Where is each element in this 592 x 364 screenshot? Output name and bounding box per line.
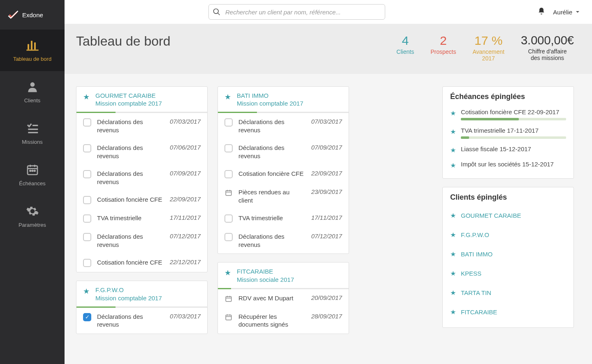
pinned-client[interactable]: ★TARTA TIN	[450, 283, 566, 302]
notifications-button[interactable]	[537, 7, 546, 17]
pinned-deadline[interactable]: ★Cotisation foncière CFE 22-09-2017	[450, 105, 566, 124]
pinned-deadline[interactable]: ★Liasse fiscale 15-12-2017	[450, 142, 566, 157]
pinned-client[interactable]: ★FITCARAIBE	[450, 302, 566, 322]
app-name: Exdone	[22, 12, 43, 18]
mission-row[interactable]: Pièces rendues au client23/09/2017	[218, 183, 349, 209]
pinned-client[interactable]: ★GOURMET CARAIBE	[450, 206, 566, 225]
user-menu[interactable]: Aurélie	[553, 9, 580, 16]
side-column: Échéances épinglées ★Cotisation foncière…	[442, 86, 574, 352]
checkbox[interactable]	[83, 144, 91, 152]
checkbox[interactable]	[83, 313, 91, 321]
pinned-client[interactable]: ★BATI IMMO	[450, 244, 566, 264]
svg-rect-1	[31, 41, 32, 49]
checkbox[interactable]	[224, 214, 233, 223]
client-name: GOURMET CARAIBE	[461, 212, 521, 219]
kpi-value: 2	[430, 34, 456, 48]
task-text: Pièces rendues au client	[238, 188, 305, 204]
pinned-deadline[interactable]: ★Impôt sur les sociétés 15-12-2017	[450, 157, 566, 173]
star-icon[interactable]: ★	[83, 92, 90, 101]
mission-row[interactable]: TVA trimestrielle17/11/2017	[76, 209, 207, 228]
kpi-prospects[interactable]: 2 Prospects	[430, 34, 456, 62]
star-icon: ★	[450, 270, 456, 277]
calendar-icon	[26, 163, 39, 176]
client-name: F.G.P.W.O	[461, 231, 489, 238]
kpi-label: Prospects	[430, 48, 456, 55]
mission-row[interactable]: RDV avec M Dupart20/09/2017	[218, 289, 349, 308]
checkbox[interactable]	[83, 214, 91, 223]
mission-client: GOURMET CARAIBE	[95, 92, 162, 100]
mission-row[interactable]: TVA trimestrielle17/11/2017	[218, 209, 349, 228]
mission-name: Mission sociale 2017	[237, 276, 294, 283]
kpi-value: 3.000,00€	[521, 34, 574, 47]
task-date: 22/09/2017	[311, 170, 342, 177]
mission-row[interactable]: Déclarations des revenus07/03/2017	[76, 308, 207, 334]
mission-column-a: ★GOURMET CARAIBEMission comptable 2017Dé…	[76, 86, 208, 352]
kpi-progress[interactable]: 17 % Avancement 2017	[472, 34, 504, 62]
checkbox[interactable]	[83, 233, 91, 241]
kpi-clients[interactable]: 4 Clients	[396, 34, 414, 62]
mission-row[interactable]: Déclarations des revenus07/09/2017	[76, 165, 207, 191]
sidebar-item-label: Échéances	[19, 180, 45, 187]
task-text: Déclarations des revenus	[238, 144, 305, 160]
kpi-revenue[interactable]: 3.000,00€ Chiffre d'affaire des missions	[521, 34, 574, 62]
mission-card-header[interactable]: ★GOURMET CARAIBEMission comptable 2017	[76, 87, 207, 113]
mission-row[interactable]: Cotisation foncière CFE22/12/2017	[76, 253, 207, 272]
chevron-down-icon	[576, 10, 580, 14]
logo-icon	[7, 9, 19, 21]
page-title: Tableau de bord	[76, 34, 171, 49]
task-date: 07/12/2017	[311, 233, 342, 240]
sidebar-item-settings[interactable]: Paramètres	[0, 196, 65, 237]
pinned-deadlines-title: Échéances épinglées	[450, 92, 566, 101]
search-input[interactable]	[208, 4, 385, 20]
sidebar-item-missions[interactable]: Missions	[0, 113, 65, 154]
mission-row[interactable]: Déclarations des revenus07/12/2017	[76, 228, 207, 253]
logo[interactable]: Exdone	[0, 0, 65, 30]
mission-row[interactable]: Récupérer les documents signés28/09/2017	[218, 308, 349, 334]
checkbox[interactable]	[224, 233, 233, 241]
checkbox[interactable]	[224, 118, 233, 127]
kpi-value: 17 %	[472, 34, 504, 48]
mission-row[interactable]: Déclarations des revenus07/03/2017	[76, 113, 207, 139]
mission-row[interactable]: Déclarations des revenus07/06/2017	[76, 139, 207, 165]
mission-card-header[interactable]: ★FITCARAIBEMission sociale 2017	[218, 263, 349, 289]
task-date: 20/09/2017	[311, 294, 342, 301]
mission-card-header[interactable]: ★BATI IMMOMission comptable 2017	[218, 87, 349, 113]
mission-row[interactable]: Déclarations des revenus07/03/2017	[218, 113, 349, 139]
svg-line-16	[218, 13, 220, 15]
star-icon[interactable]: ★	[224, 268, 231, 277]
sidebar-item-deadlines[interactable]: Échéances	[0, 154, 65, 196]
mission-client: F.G.P.W.O	[95, 286, 162, 294]
pinned-client[interactable]: ★F.G.P.W.O	[450, 225, 566, 244]
checkbox[interactable]	[83, 170, 91, 178]
progress-bar	[461, 118, 566, 120]
sidebar-item-dashboard[interactable]: Tableau de bord	[0, 30, 65, 71]
sidebar-item-clients[interactable]: Clients	[0, 71, 65, 113]
star-icon[interactable]: ★	[83, 287, 90, 296]
checkbox[interactable]	[224, 144, 233, 152]
checklist-icon	[26, 122, 39, 135]
pinned-clients-card: Clients épinglés ★GOURMET CARAIBE★F.G.P.…	[442, 187, 574, 328]
svg-rect-17	[226, 191, 231, 196]
task-text: Déclarations des revenus	[97, 144, 164, 160]
mission-row[interactable]: Cotisation foncière CFE22/09/2017	[76, 191, 207, 209]
checkbox[interactable]	[83, 118, 91, 127]
mission-card-header[interactable]: ★F.G.P.W.OMission comptable 2017	[76, 281, 207, 307]
svg-rect-0	[28, 44, 29, 49]
calendar-marker	[224, 313, 233, 321]
kpi-row: 4 Clients 2 Prospects 17 % Avancement 20…	[396, 34, 574, 62]
mission-row[interactable]: Cotisation foncière CFE22/09/2017	[218, 165, 349, 183]
mission-name: Mission comptable 2017	[95, 295, 162, 302]
star-icon: ★	[450, 109, 456, 117]
task-text: TVA trimestrielle	[238, 214, 305, 222]
task-text: Cotisation foncière CFE	[97, 258, 164, 267]
pinned-deadline[interactable]: ★TVA trimestrielle 17-11-2017	[450, 124, 566, 142]
star-icon[interactable]: ★	[224, 92, 231, 101]
checkbox[interactable]	[224, 170, 233, 178]
svg-point-14	[34, 170, 35, 171]
mission-row[interactable]: Déclarations des revenus07/12/2017	[218, 228, 349, 253]
mission-row[interactable]: Déclarations des revenus07/09/2017	[218, 139, 349, 165]
checkbox[interactable]	[83, 259, 91, 267]
checkbox[interactable]	[83, 196, 91, 204]
pinned-client[interactable]: ★KPESS	[450, 264, 566, 283]
task-date: 17/11/2017	[170, 214, 201, 221]
